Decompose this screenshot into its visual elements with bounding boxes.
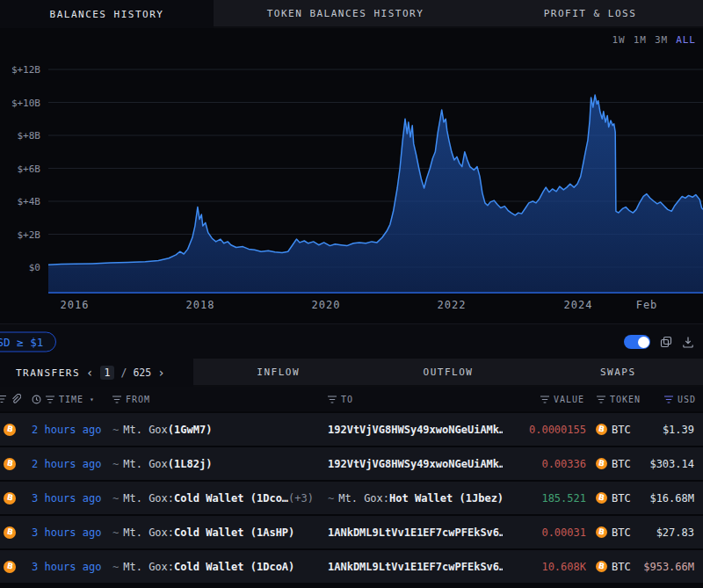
page-prev-icon[interactable]: ‹ [86,367,93,379]
column-header-value[interactable]: VALUE [503,395,586,404]
tab-label: INFLOW [257,367,300,378]
btc-icon: B [4,458,16,470]
usd-header-label[interactable]: USD [678,395,696,404]
transfer-time-link[interactable]: 2 hours ago [32,458,112,470]
btc-icon: B [4,526,16,539]
range-1w-button[interactable]: 1W [612,34,625,46]
transfer-row[interactable]: B2 hours ago~Mt. Gox (1GwM7)192VtVjVG8HW… [0,411,703,446]
transfer-time-link[interactable]: 2 hours ago [32,424,112,436]
tab-token-balances-history[interactable]: TOKEN BALANCES HISTORY [214,0,477,28]
address: 192VtVjVG8HWSy49xwoNGeUiAMk… [328,424,503,436]
transfer-to[interactable]: 192VtVjVG8HWSy49xwoNGeUiAMk… (+1) [328,458,503,470]
token-symbol: BTC [612,424,631,436]
transfer-usd: $27.83 [637,526,703,539]
transfer-from[interactable]: ~Mt. Gox: Cold Wallet (1Dco…(+3) [112,492,328,505]
entity-tilde-icon: ~ [112,424,119,436]
entity-name: Mt. Gox: [123,492,174,505]
btc-icon: B [4,492,16,505]
asset-cell: B [0,561,32,573]
entity-tilde-icon: ~ [328,492,334,505]
entity-name: Mt. Gox [123,458,168,470]
token-symbol: BTC [612,526,631,539]
transfer-row[interactable]: B2 hours ago~Mt. Gox (1L82j)192VtVjVG8HW… [0,446,703,480]
filter-icon[interactable] [0,396,6,403]
balance-area-series [48,95,703,294]
transfer-usd: $303.14 [637,458,703,470]
address: 1ANkDML9LtVv1E1EF7cwPFEkSv6… [328,526,503,539]
x-axis-tick-label: 2024 [564,299,593,311]
paperclip-icon[interactable] [11,394,21,404]
to-header-label[interactable]: TO [341,395,353,404]
chart-plot-area[interactable] [48,51,703,294]
transfer-token[interactable]: BBTC [586,561,637,573]
token-symbol: BTC [612,492,631,505]
range-3m-button[interactable]: 3M [655,34,668,46]
range-1m-button[interactable]: 1M [634,34,647,46]
toggle-knob [638,337,649,348]
balance-history-chart[interactable]: $+12B$+10B$+8B$+6B$+4B$+2B$0 [0,51,703,294]
transfer-token[interactable]: BBTC [586,424,637,436]
transfer-to[interactable]: 1ANkDML9LtVv1E1EF7cwPFEkSv6… (+1) [328,561,503,573]
transfer-from[interactable]: ~Mt. Gox: Cold Wallet (1DcoA) [112,561,328,573]
column-header-time[interactable]: TIME ▾ [32,395,112,404]
address: 1ANkDML9LtVv1E1EF7cwPFEkSv6… [328,561,503,573]
asset-cell: B [0,526,32,539]
sort-icon [112,396,121,403]
column-header-token[interactable]: TOKEN [586,395,637,404]
transfer-from[interactable]: ~Mt. Gox: Cold Wallet (1AsHP) [112,526,328,539]
tab-outflow[interactable]: OUTFLOW [363,359,533,387]
transfer-time-link[interactable]: 3 hours ago [32,492,112,505]
transfer-time-link[interactable]: 3 hours ago [32,526,112,539]
transfer-to[interactable]: 1ANkDML9LtVv1E1EF7cwPFEkSv6… (+1) [328,526,503,539]
time-header-label[interactable]: TIME [59,395,83,404]
tab-inflow[interactable]: INFLOW [193,359,363,387]
transfer-usd: $16.68M [637,492,703,505]
entity-wallet-id: Hot Wallet (1Jbez) [389,492,503,505]
entity-tilde-icon: ~ [112,526,119,539]
current-page-chip[interactable]: 1 [100,366,115,380]
transfer-token[interactable]: BBTC [586,458,637,470]
column-header-from[interactable]: FROM [112,395,328,404]
transfer-from[interactable]: ~Mt. Gox (1L82j) [112,458,328,470]
page-next-icon[interactable]: › [157,367,164,379]
tab-transfers[interactable]: TRANSFERS ‹ 1 / 625 › [0,359,193,387]
tab-profit-and-loss[interactable]: PROFIT & LOSS [477,0,703,28]
y-axis-tick-label: $+2B [18,229,41,240]
tab-label: TOKEN BALANCES HISTORY [267,8,424,19]
clock-icon [32,395,41,404]
chevron-down-icon[interactable]: ▾ [90,396,95,403]
asset-cell: B [0,458,32,470]
transfer-row[interactable]: B3 hours ago~Mt. Gox: Cold Wallet (1Dco…… [0,480,703,514]
usd-threshold-filter-pill[interactable]: USD ≥ $1 [0,332,56,352]
transfer-to[interactable]: 192VtVjVG8HWSy49xwoNGeUiAMk… (+1) [328,424,503,436]
transfer-value: 0.00031 [503,526,586,539]
chart-toolbar: USD ≥ $1 [0,323,703,359]
tab-balances-history[interactable]: BALANCES HISTORY [0,0,214,28]
column-header-to[interactable]: TO [328,395,503,404]
download-icon[interactable] [682,336,694,348]
copy-icon[interactable] [660,336,672,348]
transfer-token[interactable]: BBTC [586,492,637,505]
usd-threshold-label: USD ≥ $1 [0,336,43,349]
transfer-to[interactable]: ~Mt. Gox: Hot Wallet (1Jbez) [328,492,503,505]
token-header-label[interactable]: TOKEN [610,395,641,404]
btc-icon: B [4,424,16,436]
range-all-button[interactable]: ALL [676,34,696,46]
transfers-tab-label[interactable]: TRANSFERS [16,367,80,379]
from-header-label[interactable]: FROM [126,395,150,404]
transfer-row[interactable]: B3 hours ago~Mt. Gox: Cold Wallet (1DcoA… [0,548,703,583]
tab-swaps[interactable]: SWAPS [533,359,703,387]
chart-toggle-switch[interactable] [624,335,650,349]
transfer-time-link[interactable]: 3 hours ago [32,561,112,573]
transfer-row[interactable]: B3 hours ago~Mt. Gox: Cold Wallet (1AsHP… [0,514,703,548]
additional-count: (+3) [288,492,314,505]
y-axis-tick-label: $+6B [18,163,41,174]
transfer-usd: $953.66M [637,561,703,573]
y-axis-tick-label: $+10B [11,97,40,108]
entity-tilde-icon: ~ [112,492,119,505]
transfer-token[interactable]: BBTC [586,526,637,539]
btc-icon: B [596,526,607,538]
value-header-label[interactable]: VALUE [554,395,584,404]
transfer-from[interactable]: ~Mt. Gox (1GwM7) [112,424,328,436]
column-header-usd[interactable]: USD [637,395,703,404]
